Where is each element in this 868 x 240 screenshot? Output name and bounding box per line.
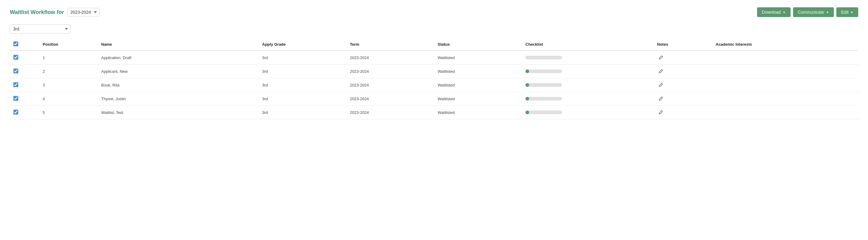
row-notes [653, 78, 712, 92]
row-checklist [522, 106, 653, 119]
edit-button[interactable]: Edit ▼ [836, 7, 858, 17]
edit-note-icon[interactable] [657, 95, 664, 102]
row-position: 5 [39, 106, 97, 119]
row-notes [653, 65, 712, 78]
column-header-position: Position [39, 38, 97, 50]
row-position: 1 [39, 50, 97, 65]
table-row: 1Application, Draft3rd2023-2024Waitliste… [10, 50, 858, 65]
select-all-checkbox[interactable] [13, 41, 18, 46]
row-status: Waitlisted [434, 78, 522, 92]
communicate-chevron-icon: ▼ [826, 11, 829, 14]
row-name: Waitlist, Test [97, 106, 258, 119]
row-apply-grade: 3rd [258, 106, 346, 119]
row-name: Book, Rita [97, 78, 258, 92]
edit-chevron-icon: ▼ [850, 11, 854, 14]
row-notes [653, 50, 712, 65]
row-checklist [522, 92, 653, 106]
column-header-apply-grade: Apply Grade [258, 38, 346, 50]
header-row: Waitlist Workflow for 2023-2024 2022-202… [10, 7, 858, 17]
table-row: 3Book, Rita3rd2023-2024Waitlisted [10, 78, 858, 92]
row-checkbox-cell [10, 50, 39, 65]
page-title: Waitlist Workflow for [10, 9, 64, 15]
communicate-button[interactable]: Communicate ▼ [793, 7, 834, 17]
download-label: Download [762, 10, 781, 14]
row-name: Application, Draft [97, 50, 258, 65]
row-status: Waitlisted [434, 106, 522, 119]
row-term: 2023-2024 [346, 92, 434, 106]
filter-row: 3rd 4th 5th 6th 7th 8th [10, 24, 858, 34]
row-academic-interests [712, 78, 858, 92]
checklist-progress-bar [525, 110, 562, 114]
edit-note-icon[interactable] [657, 81, 664, 89]
row-checkbox-cell [10, 106, 39, 119]
row-position: 2 [39, 65, 97, 78]
row-checkbox-cell [10, 92, 39, 106]
row-checkbox[interactable] [13, 55, 18, 60]
row-apply-grade: 3rd [258, 50, 346, 65]
grade-filter-select[interactable]: 3rd 4th 5th 6th 7th 8th [10, 24, 71, 34]
select-all-header [10, 38, 39, 50]
checklist-progress-fill [525, 97, 529, 101]
checklist-progress-fill [525, 69, 529, 73]
row-checklist [522, 50, 653, 65]
communicate-label: Communicate [798, 10, 824, 14]
row-status: Waitlisted [434, 65, 522, 78]
header-actions: Download ▼ Communicate ▼ Edit ▼ [757, 7, 858, 17]
row-checklist [522, 78, 653, 92]
row-term: 2023-2024 [346, 78, 434, 92]
row-term: 2023-2024 [346, 50, 434, 65]
edit-note-icon[interactable] [657, 109, 664, 116]
row-academic-interests [712, 65, 858, 78]
column-header-academic-interests: Academic Interests [712, 38, 858, 50]
checklist-progress-bar [525, 83, 562, 87]
row-status: Waitlisted [434, 92, 522, 106]
row-checkbox-cell [10, 65, 39, 78]
row-apply-grade: 3rd [258, 78, 346, 92]
waitlist-table: Position Name Apply Grade Term Status Ch… [10, 38, 858, 119]
row-academic-interests [712, 92, 858, 106]
header-left: Waitlist Workflow for 2023-2024 2022-202… [10, 8, 100, 16]
column-header-status: Status [434, 38, 522, 50]
row-checklist [522, 65, 653, 78]
row-name: Thyme, Justin [97, 92, 258, 106]
row-notes [653, 106, 712, 119]
edit-note-icon[interactable] [657, 68, 664, 75]
year-select[interactable]: 2023-2024 2022-2023 2024-2025 [67, 8, 100, 16]
table-header-row: Position Name Apply Grade Term Status Ch… [10, 38, 858, 50]
row-checkbox[interactable] [13, 110, 18, 114]
row-term: 2023-2024 [346, 65, 434, 78]
row-notes [653, 92, 712, 106]
column-header-name: Name [97, 38, 258, 50]
row-checkbox[interactable] [13, 82, 18, 87]
column-header-term: Term [346, 38, 434, 50]
table-row: 5Waitlist, Test3rd2023-2024Waitlisted [10, 106, 858, 119]
row-checkbox[interactable] [13, 69, 18, 73]
download-chevron-icon: ▼ [783, 11, 786, 14]
row-apply-grade: 3rd [258, 65, 346, 78]
row-position: 4 [39, 92, 97, 106]
checklist-progress-fill [525, 110, 529, 114]
row-name: Applicant, New [97, 65, 258, 78]
row-position: 3 [39, 78, 97, 92]
row-academic-interests [712, 106, 858, 119]
checklist-progress-fill [525, 83, 529, 87]
table-row: 2Applicant, New3rd2023-2024Waitlisted [10, 65, 858, 78]
row-status: Waitlisted [434, 50, 522, 65]
row-checkbox[interactable] [13, 96, 18, 101]
row-checkbox-cell [10, 78, 39, 92]
checklist-progress-bar [525, 56, 562, 59]
download-button[interactable]: Download ▼ [757, 7, 790, 17]
row-apply-grade: 3rd [258, 92, 346, 106]
column-header-checklist: Checklist [522, 38, 653, 50]
row-academic-interests [712, 50, 858, 65]
page-container: Waitlist Workflow for 2023-2024 2022-202… [0, 0, 868, 240]
row-term: 2023-2024 [346, 106, 434, 119]
table-row: 4Thyme, Justin3rd2023-2024Waitlisted [10, 92, 858, 106]
table-body: 1Application, Draft3rd2023-2024Waitliste… [10, 50, 858, 119]
edit-note-icon[interactable] [657, 54, 664, 61]
checklist-progress-bar [525, 97, 562, 101]
checklist-progress-bar [525, 69, 562, 73]
edit-label: Edit [841, 10, 848, 14]
column-header-notes: Notes [653, 38, 712, 50]
